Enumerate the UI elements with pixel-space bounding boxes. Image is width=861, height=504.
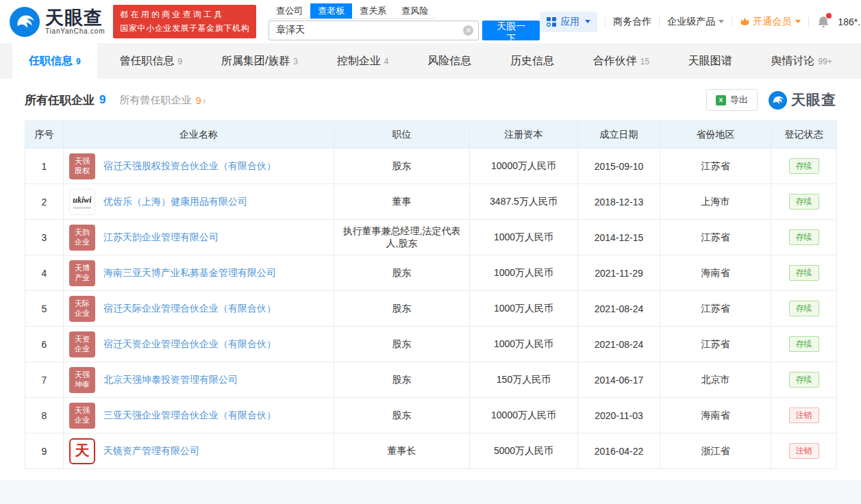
brand-domain: TianYanCha.com — [45, 27, 105, 35]
table-row: 8天强企业三亚天强企业管理合伙企业（有限合伙）股东10000万人民币2020-1… — [25, 398, 837, 433]
tianyancha-logo-icon — [10, 7, 40, 37]
company-link[interactable]: 三亚天强企业管理合伙企业（有限合伙） — [103, 409, 276, 423]
registered-capital-cell: 10000万人民币 — [470, 149, 578, 184]
former-positions-link[interactable]: 所有曾任职企业 9 › — [119, 94, 205, 107]
company-link[interactable]: 北京天强坤泰投资管理有限公司 — [103, 373, 238, 387]
table-row: 5天际企业宿迁天际企业管理合伙企业（有限合伙）股东1000万人民币2021-08… — [25, 291, 837, 327]
status-cell: 存续 — [771, 255, 837, 291]
former-positions-label: 所有曾任职企业 — [119, 94, 191, 107]
nav-tab-控制企业[interactable]: 控制企业4 — [321, 43, 405, 79]
column-header: 职位 — [334, 121, 470, 149]
search-tab-查风险[interactable]: 查风险 — [394, 3, 436, 18]
established-date-cell: 2016-04-22 — [578, 433, 660, 469]
company-logo: 天博产业 — [69, 260, 95, 286]
row-number-cell: 1 — [25, 149, 64, 184]
nav-tab-风险信息[interactable]: 风险信息 — [411, 43, 488, 79]
table-row: 7天强坤泰北京天强坤泰投资管理有限公司股东150万人民币2014-06-17北京… — [25, 362, 837, 398]
apps-menu-button[interactable]: 应用 — [540, 12, 597, 32]
logo-text-line: 企业 — [75, 309, 90, 318]
row-number-cell: 6 — [25, 327, 64, 362]
divider — [808, 17, 809, 27]
business-cooperation-link[interactable]: 商务合作 — [613, 16, 651, 28]
position-cell: 股东 — [334, 255, 470, 291]
position-cell: 董事长 — [334, 433, 470, 469]
nav-tab-天眼图谱[interactable]: 天眼图谱 — [672, 43, 749, 79]
nav-tab-badge: 15 — [640, 57, 649, 66]
search-input[interactable] — [269, 21, 479, 40]
section-count: 9 — [99, 93, 105, 107]
business-cooperation-label: 商务合作 — [613, 16, 651, 28]
nav-tab-所属集团/族群[interactable]: 所属集团/族群3 — [205, 43, 314, 79]
position-cell: 股东 — [334, 327, 470, 362]
apps-menu-label: 应用 — [560, 16, 579, 28]
vip-upgrade-label: 开通会员 — [753, 16, 791, 28]
tianyancha-logo[interactable]: 天眼查 TianYanCha.com — [10, 7, 105, 37]
registered-capital-cell: 1000万人民币 — [470, 291, 578, 327]
company-link[interactable]: 江苏天韵企业管理有限公司 — [103, 231, 219, 244]
export-button[interactable]: X 导出 — [706, 89, 758, 111]
logo-text-line: 天韵 — [75, 228, 90, 238]
company-logo: 天资企业 — [69, 331, 95, 357]
status-badge: 存续 — [789, 336, 819, 353]
slogan-line1: 都在用的商业查询工具 — [120, 8, 249, 21]
search-tab-查公司[interactable]: 查公司 — [269, 3, 310, 18]
company-logo: 天际企业 — [69, 296, 95, 322]
table-row: 3天韵企业江苏天韵企业管理有限公司执行董事兼总经理,法定代表人,股东1000万人… — [25, 220, 837, 255]
search-type-tabs: 查公司查老板查关系查风险 — [269, 3, 436, 19]
company-cell: 天天镜资产管理有限公司 — [64, 433, 334, 469]
nav-tab-label: 舆情讨论 — [771, 54, 815, 68]
company-link[interactable]: 宿迁天际企业管理合伙企业（有限合伙） — [103, 302, 276, 316]
account-phone-label: 186*... — [838, 16, 861, 27]
nav-tab-历史信息[interactable]: 历史信息 — [494, 43, 571, 79]
watermark-text: 天眼查 — [791, 90, 836, 110]
column-header: 成立日期 — [578, 121, 660, 149]
search-tab-查老板[interactable]: 查老板 — [310, 3, 352, 18]
nav-tab-曾任职信息[interactable]: 曾任职信息9 — [103, 43, 199, 79]
status-badge: 存续 — [789, 301, 819, 317]
region-cell: 海南省 — [660, 398, 771, 433]
company-link[interactable]: 宿迁天资企业管理合伙企业（有限合伙） — [103, 338, 276, 351]
nav-tab-label: 曾任职信息 — [119, 54, 174, 68]
seal-character: 天 — [75, 444, 90, 458]
column-header: 登记状态 — [771, 121, 837, 149]
established-date-cell: 2021-08-24 — [578, 291, 660, 327]
status-cell: 存续 — [771, 362, 837, 398]
company-logo: 天强股权 — [69, 153, 95, 179]
company-link[interactable]: 海南三亚天博产业私募基金管理有限公司 — [103, 266, 276, 280]
registered-capital-cell: 1000万人民币 — [470, 327, 578, 362]
search-button[interactable]: 天眼一下 — [482, 21, 540, 40]
status-badge: 存续 — [789, 372, 819, 388]
enterprise-products-menu[interactable]: 企业级产品 — [667, 16, 724, 28]
registered-capital-cell: 3487.5万人民币 — [470, 184, 578, 220]
logo-text-line: 天强 — [75, 406, 90, 416]
status-cell: 存续 — [771, 220, 837, 255]
table-row: 2ukiwi优齿乐（上海）健康用品有限公司董事3487.5万人民币2018-12… — [25, 184, 837, 220]
row-number-cell: 8 — [25, 398, 64, 433]
enterprise-products-label: 企业级产品 — [667, 16, 715, 28]
logo-text-line: 股权 — [75, 166, 90, 176]
notification-bell-icon[interactable] — [816, 15, 830, 29]
crown-icon — [740, 16, 750, 27]
excel-icon: X — [716, 95, 726, 105]
position-cell: 股东 — [334, 149, 470, 184]
search-tab-查关系[interactable]: 查关系 — [352, 3, 394, 18]
account-menu[interactable]: 186*... — [838, 16, 861, 27]
nav-tab-任职信息[interactable]: 任职信息9 — [12, 43, 97, 79]
region-cell: 江苏省 — [660, 220, 771, 255]
logo-subline — [73, 207, 91, 209]
company-link[interactable]: 宿迁天强股权投资合伙企业（有限合伙） — [103, 160, 276, 173]
company-link[interactable]: 优齿乐（上海）健康用品有限公司 — [103, 195, 247, 209]
vip-upgrade-menu[interactable]: 开通会员 — [740, 16, 801, 28]
company-link[interactable]: 天镜资产管理有限公司 — [103, 444, 199, 458]
nav-tab-舆情讨论[interactable]: 舆情讨论99+ — [755, 43, 849, 79]
established-date-cell: 2018-12-13 — [578, 184, 660, 220]
region-cell: 海南省 — [660, 255, 771, 291]
divider — [659, 17, 660, 27]
nav-tab-label: 控制企业 — [337, 54, 381, 68]
column-header: 企业名称 — [64, 121, 334, 149]
nav-tab-badge: 4 — [384, 57, 389, 66]
nav-tab-合作伙伴[interactable]: 合作伙伴15 — [577, 43, 666, 79]
search-input-wrap: ✕ — [269, 21, 479, 40]
export-label: 导出 — [730, 94, 748, 106]
clear-search-icon[interactable]: ✕ — [463, 25, 473, 36]
